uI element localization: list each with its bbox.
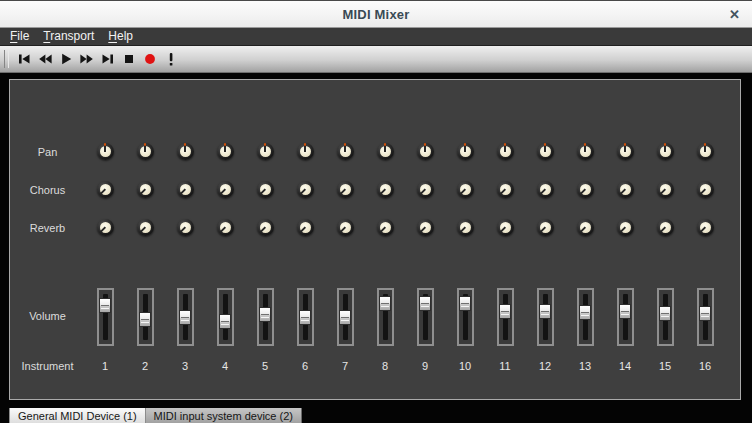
chorus-knob-7[interactable] bbox=[337, 181, 354, 198]
pan-knob-11[interactable] bbox=[497, 143, 514, 160]
reverb-knob-12[interactable] bbox=[537, 219, 554, 236]
volume-slider-4[interactable] bbox=[217, 288, 234, 346]
reverb-knob-14[interactable] bbox=[617, 219, 634, 236]
chorus-knob-8[interactable] bbox=[377, 181, 394, 198]
reverb-knob-4[interactable] bbox=[217, 219, 234, 236]
pan-knob-2[interactable] bbox=[137, 143, 154, 160]
volume-slider-1[interactable] bbox=[97, 288, 114, 346]
slider-handle[interactable] bbox=[139, 312, 151, 327]
toolbar-handle-icon[interactable] bbox=[4, 50, 9, 68]
record-button[interactable] bbox=[139, 48, 160, 70]
volume-slider-11[interactable] bbox=[497, 288, 514, 346]
pan-knob-15[interactable] bbox=[657, 143, 674, 160]
pan-knob-12[interactable] bbox=[537, 143, 554, 160]
chorus-knob-4[interactable] bbox=[217, 181, 234, 198]
pan-knob-1[interactable] bbox=[97, 143, 114, 160]
volume-slider-10[interactable] bbox=[457, 288, 474, 346]
reverb-knob-6[interactable] bbox=[297, 219, 314, 236]
volume-slider-5[interactable] bbox=[257, 288, 274, 346]
slider-handle[interactable] bbox=[219, 314, 231, 329]
volume-slider-14[interactable] bbox=[617, 288, 634, 346]
slider-handle[interactable] bbox=[699, 306, 711, 321]
pan-knob-6[interactable] bbox=[297, 143, 314, 160]
pan-knob-7[interactable] bbox=[337, 143, 354, 160]
pan-knob-16[interactable] bbox=[697, 143, 714, 160]
reverb-knob-1[interactable] bbox=[97, 219, 114, 236]
pan-knob-9[interactable] bbox=[417, 143, 434, 160]
reverb-knob-3[interactable] bbox=[177, 219, 194, 236]
pan-knob-4[interactable] bbox=[217, 143, 234, 160]
reverb-knob-11[interactable] bbox=[497, 219, 514, 236]
reverb-knob-5[interactable] bbox=[257, 219, 274, 236]
volume-slider-3[interactable] bbox=[177, 288, 194, 346]
fast-forward-button[interactable] bbox=[76, 48, 97, 70]
volume-slider-16[interactable] bbox=[697, 288, 714, 346]
volume-slider-13[interactable] bbox=[577, 288, 594, 346]
chorus-knob-16[interactable] bbox=[697, 181, 714, 198]
knob-pointer bbox=[384, 145, 386, 152]
chorus-knob-13[interactable] bbox=[577, 181, 594, 198]
reverb-knob-9[interactable] bbox=[417, 219, 434, 236]
pan-knob-10[interactable] bbox=[457, 143, 474, 160]
slider-handle[interactable] bbox=[379, 296, 391, 311]
chorus-knob-5[interactable] bbox=[257, 181, 274, 198]
volume-slider-15[interactable] bbox=[657, 288, 674, 346]
knob-center-tick-icon bbox=[504, 143, 506, 146]
pan-knob-13[interactable] bbox=[577, 143, 594, 160]
menu-help[interactable]: Help bbox=[101, 28, 140, 45]
slider-handle[interactable] bbox=[579, 305, 591, 320]
chorus-knob-11[interactable] bbox=[497, 181, 514, 198]
chorus-knob-9[interactable] bbox=[417, 181, 434, 198]
volume-slider-12[interactable] bbox=[537, 288, 554, 346]
volume-slider-6[interactable] bbox=[297, 288, 314, 346]
channel-13-volume-cell bbox=[565, 288, 605, 346]
slider-handle[interactable] bbox=[619, 304, 631, 319]
chorus-knob-2[interactable] bbox=[137, 181, 154, 198]
reverb-knob-16[interactable] bbox=[697, 219, 714, 236]
chorus-knob-3[interactable] bbox=[177, 181, 194, 198]
reverb-knob-2[interactable] bbox=[137, 219, 154, 236]
chorus-knob-14[interactable] bbox=[617, 181, 634, 198]
menu-transport[interactable]: Transport bbox=[36, 28, 101, 45]
chorus-knob-1[interactable] bbox=[97, 181, 114, 198]
slider-handle[interactable] bbox=[419, 296, 431, 311]
volume-slider-8[interactable] bbox=[377, 288, 394, 346]
panic-button[interactable] bbox=[160, 48, 181, 70]
device-tab-2[interactable]: MIDI input system device (2) bbox=[145, 408, 302, 423]
volume-slider-9[interactable] bbox=[417, 288, 434, 346]
reverb-knob-8[interactable] bbox=[377, 219, 394, 236]
chorus-knob-12[interactable] bbox=[537, 181, 554, 198]
reverb-knob-13[interactable] bbox=[577, 219, 594, 236]
slider-handle[interactable] bbox=[259, 307, 271, 322]
menu-file[interactable]: File bbox=[3, 28, 36, 45]
slider-handle[interactable] bbox=[499, 304, 511, 319]
volume-slider-2[interactable] bbox=[137, 288, 154, 346]
device-tab-1[interactable]: General MIDI Device (1) bbox=[9, 408, 146, 423]
rewind-button[interactable] bbox=[34, 48, 55, 70]
volume-slider-7[interactable] bbox=[337, 288, 354, 346]
reverb-knob-15[interactable] bbox=[657, 219, 674, 236]
chorus-knob-6[interactable] bbox=[297, 181, 314, 198]
skip-to-start-button[interactable] bbox=[13, 48, 34, 70]
slider-handle[interactable] bbox=[339, 310, 351, 325]
chorus-knob-15[interactable] bbox=[657, 181, 674, 198]
pan-knob-14[interactable] bbox=[617, 143, 634, 160]
pan-knob-8[interactable] bbox=[377, 143, 394, 160]
slider-handle[interactable] bbox=[99, 298, 111, 313]
slider-handle[interactable] bbox=[179, 310, 191, 325]
rewind-icon bbox=[37, 51, 53, 67]
close-icon[interactable]: ✕ bbox=[729, 1, 740, 27]
pan-knob-3[interactable] bbox=[177, 143, 194, 160]
stop-button[interactable] bbox=[118, 48, 139, 70]
pan-knob-5[interactable] bbox=[257, 143, 274, 160]
reverb-knob-7[interactable] bbox=[337, 219, 354, 236]
reverb-knob-10[interactable] bbox=[457, 219, 474, 236]
titlebar[interactable]: MIDI Mixer ✕ bbox=[0, 1, 752, 28]
play-button[interactable] bbox=[55, 48, 76, 70]
skip-to-end-button[interactable] bbox=[97, 48, 118, 70]
slider-handle[interactable] bbox=[459, 296, 471, 311]
chorus-knob-10[interactable] bbox=[457, 181, 474, 198]
slider-handle[interactable] bbox=[659, 306, 671, 321]
slider-handle[interactable] bbox=[539, 304, 551, 319]
slider-handle[interactable] bbox=[299, 310, 311, 325]
